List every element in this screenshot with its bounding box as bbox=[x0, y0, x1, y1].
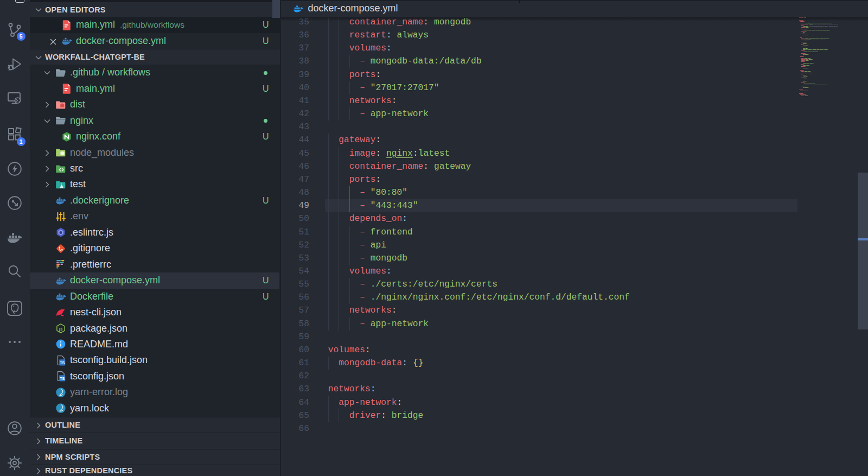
svg-text:TS: TS bbox=[60, 376, 65, 381]
svg-text:js: js bbox=[59, 327, 63, 332]
svg-text:TS: TS bbox=[60, 360, 65, 365]
